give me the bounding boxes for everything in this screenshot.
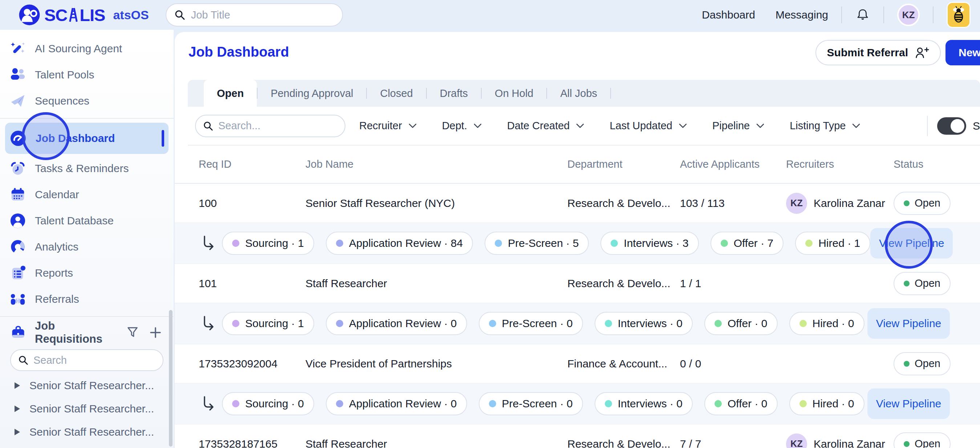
divider	[610, 88, 611, 99]
filter-bar: Recruiter Dept. Date Created Last Update…	[188, 107, 980, 146]
jobs-search-input[interactable]	[218, 120, 338, 132]
stage-dot-icon	[714, 320, 722, 327]
job-title-search[interactable]	[165, 3, 343, 27]
tab-all-jobs[interactable]: All Jobs	[547, 80, 610, 107]
report-icon	[10, 265, 26, 281]
alarm-clock-icon	[10, 160, 26, 177]
job-requisitions-title: Job Requisitions	[35, 319, 117, 346]
stage-pill-application-review[interactable]: Application Review · 0	[326, 312, 467, 335]
stage-pill-sourcing[interactable]: Sourcing · 1	[222, 232, 314, 255]
stage-pill-application-review[interactable]: Application Review · 84	[326, 232, 473, 255]
view-pipeline-button[interactable]: View Pipeline	[870, 228, 953, 259]
sidebar-item-ai-sourcing-agent[interactable]: AI Sourcing Agent	[0, 36, 173, 62]
sidebar-item-reports[interactable]: Reports	[0, 260, 173, 286]
view-pipeline-button[interactable]: View Pipeline	[867, 308, 950, 339]
listing-type-filter[interactable]: Listing Type	[790, 120, 860, 132]
jobs-search[interactable]	[195, 115, 345, 137]
stage-pill-pre-screen[interactable]: Pre-Screen · 0	[479, 392, 583, 415]
stage-pill-sourcing[interactable]: Sourcing · 1	[222, 312, 314, 335]
gauge-icon	[10, 130, 27, 147]
col-status: Status	[894, 158, 980, 170]
status-tabs: Open Pending Approval Closed Drafts On H…	[188, 80, 980, 107]
tab-on-hold[interactable]: On Hold	[482, 80, 546, 107]
department-cell: Research & Develo...	[567, 277, 680, 290]
status-badge: Open	[894, 192, 951, 215]
show-toggle[interactable]	[937, 117, 966, 135]
pipeline-row: Sourcing · 1 Application Review · 0 Pre-…	[175, 303, 980, 344]
stage-dot-icon	[495, 240, 502, 247]
req-id-cell: 1735328187165	[199, 438, 305, 448]
stage-pill-offer[interactable]: Offer · 7	[711, 232, 783, 255]
chevron-right-icon[interactable]	[14, 429, 20, 435]
stage-pill-pre-screen[interactable]: Pre-Screen · 0	[479, 312, 583, 335]
brand[interactable]: SC LIS atsOS	[18, 4, 149, 26]
notification-bell-icon[interactable]	[855, 7, 870, 22]
sidebar-scrollbar[interactable]	[169, 310, 173, 446]
stage-dot-icon	[721, 240, 728, 247]
stage-pill-hired[interactable]: Hired · 0	[789, 312, 864, 335]
tab-open[interactable]: Open	[204, 80, 257, 107]
job-row[interactable]: 100 Senior Staff Researcher (NYC) Resear…	[175, 184, 980, 223]
sidebar-item-analytics[interactable]: Analytics	[0, 234, 173, 260]
stage-pill-hired[interactable]: Hired · 0	[789, 392, 864, 415]
tab-drafts[interactable]: Drafts	[427, 80, 481, 107]
requisitions-search[interactable]	[10, 349, 164, 371]
new-job-button[interactable]: New	[945, 40, 980, 65]
stage-pill-offer[interactable]: Offer · 0	[704, 392, 777, 415]
ladder-icon	[68, 7, 79, 22]
stage-pills: Sourcing · 1 Application Review · 84 Pre…	[222, 232, 870, 255]
stage-pill-interviews[interactable]: Interviews · 0	[595, 392, 693, 415]
dept-filter[interactable]: Dept.	[442, 120, 482, 132]
sidebar-item-sequences[interactable]: Sequences	[0, 88, 173, 114]
stage-dot-icon	[605, 320, 612, 327]
nav-messaging[interactable]: Messaging	[775, 9, 828, 21]
bee-assistant-button[interactable]	[947, 2, 970, 28]
sidebar-item-referrals[interactable]: Referrals	[0, 286, 173, 312]
job-row[interactable]: 101 Staff Researcher Research & Develo..…	[175, 264, 980, 303]
stage-pill-application-review[interactable]: Application Review · 0	[326, 392, 467, 415]
page-title: Job Dashboard	[189, 44, 289, 60]
stage-pills: Sourcing · 0 Application Review · 0 Pre-…	[222, 392, 864, 415]
view-pipeline-button[interactable]: View Pipeline	[867, 388, 950, 419]
job-name-cell: Staff Researcher	[305, 277, 567, 290]
chevron-right-icon[interactable]	[14, 382, 20, 389]
stage-pill-hired[interactable]: Hired · 1	[795, 232, 870, 255]
job-title-search-input[interactable]	[191, 9, 335, 21]
stage-pill-sourcing[interactable]: Sourcing · 0	[222, 392, 314, 415]
requisition-item[interactable]: Senior Staff Researcher...	[0, 420, 173, 444]
stage-pill-offer[interactable]: Offer · 0	[704, 312, 777, 335]
tab-pending-approval[interactable]: Pending Approval	[258, 80, 366, 107]
chevron-right-icon[interactable]	[14, 405, 20, 412]
recruiter-filter[interactable]: Recruiter	[359, 120, 417, 132]
stage-pill-pre-screen[interactable]: Pre-Screen · 5	[485, 232, 589, 255]
sidebar-item-tasks-reminders[interactable]: Tasks & Reminders	[0, 156, 173, 181]
job-row[interactable]: 1735328187165 Staff Researcher Research …	[175, 424, 980, 448]
brand-suffix: atsOS	[113, 8, 149, 22]
stage-pill-interviews[interactable]: Interviews · 0	[595, 312, 693, 335]
active-applicants-cell: 103 / 113	[680, 197, 786, 210]
stage-dot-icon	[232, 320, 239, 327]
user-avatar[interactable]: KZ	[897, 4, 920, 26]
filter-icon[interactable]	[126, 326, 140, 340]
sidebar-item-job-dashboard[interactable]: Job Dashboard	[5, 123, 169, 154]
col-req-id: Req ID	[199, 158, 305, 170]
sidebar-item-talent-database[interactable]: Talent Database	[0, 208, 173, 234]
chevron-down-icon	[576, 124, 584, 129]
job-row[interactable]: 1735323092004 Vice President of Partners…	[175, 344, 980, 383]
last-updated-filter[interactable]: Last Updated	[609, 120, 687, 132]
status-cell: Open	[894, 272, 980, 295]
submit-referral-button[interactable]: Submit Referral	[815, 40, 941, 65]
requisition-item[interactable]: Senior Staff Researcher...	[0, 397, 173, 420]
sidebar-item-calendar[interactable]: Calendar	[0, 181, 173, 208]
pipeline-filter[interactable]: Pipeline	[712, 120, 764, 132]
requisition-item[interactable]: Senior Staff Researcher...	[0, 374, 173, 397]
stage-pill-interviews[interactable]: Interviews · 3	[600, 232, 698, 255]
nav-dashboard[interactable]: Dashboard	[702, 9, 755, 21]
add-requisition-plus-icon[interactable]	[148, 325, 163, 340]
stage-dot-icon	[336, 320, 343, 327]
tab-closed[interactable]: Closed	[367, 80, 426, 107]
requisitions-search-input[interactable]	[33, 354, 156, 366]
table-body: 100 Senior Staff Researcher (NYC) Resear…	[175, 184, 980, 448]
sidebar-item-talent-pools[interactable]: Talent Pools	[0, 62, 173, 88]
date-created-filter[interactable]: Date Created	[507, 120, 584, 132]
